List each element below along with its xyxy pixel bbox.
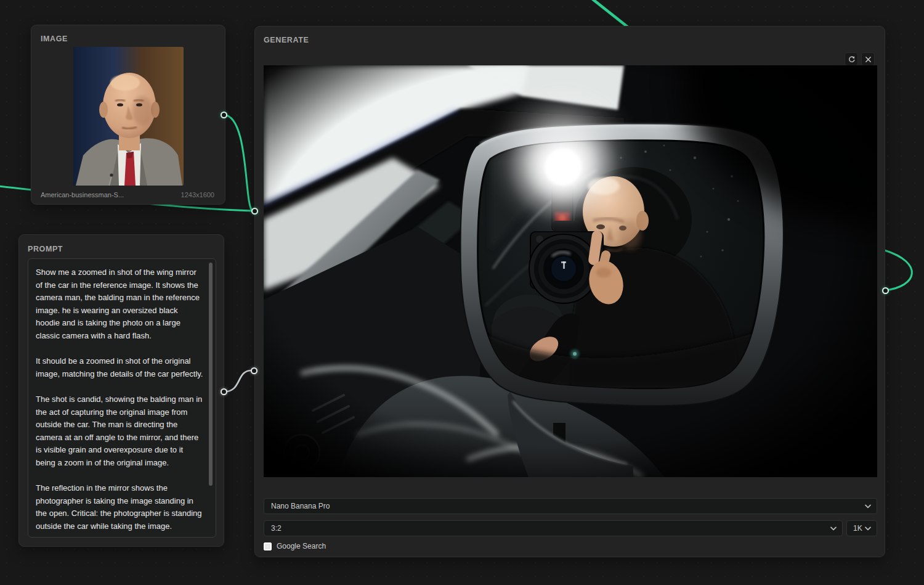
model-select[interactable]: Nano Banana Pro — [264, 498, 877, 514]
generate-prompt-input-port[interactable] — [251, 367, 257, 374]
portrait-illustration — [73, 47, 184, 186]
close-button[interactable] — [861, 52, 875, 66]
prompt-node[interactable]: PROMPT Show me a zoomed in shot of the w… — [18, 234, 224, 547]
aspect-ratio-value: 3:2 — [271, 524, 282, 533]
google-search-checkbox[interactable] — [264, 542, 272, 550]
wing-mirror-illustration — [264, 65, 877, 477]
model-select-value: Nano Banana Pro — [271, 502, 330, 510]
generate-node[interactable]: GENERATE — [254, 26, 885, 557]
resolution-select[interactable]: 1K — [846, 520, 877, 536]
regenerate-button[interactable] — [845, 52, 858, 66]
image-node-title: IMAGE — [41, 35, 68, 43]
chevron-down-icon — [830, 526, 837, 531]
resolution-value: 1K — [853, 524, 862, 533]
prompt-scrollbar[interactable] — [209, 263, 213, 486]
google-search-row: Google Search — [264, 542, 326, 550]
image-thumbnail[interactable] — [73, 47, 184, 186]
thumbnail-filename: American-businessman-S... — [41, 191, 124, 198]
prompt-output-port[interactable] — [221, 388, 227, 395]
chevron-down-icon — [865, 526, 871, 531]
image-node[interactable]: IMAGE — [31, 25, 225, 205]
close-icon — [865, 56, 872, 63]
google-search-label: Google Search — [277, 542, 326, 550]
prompt-node-title: PROMPT — [28, 245, 63, 253]
aspect-ratio-select[interactable]: 3:2 — [264, 520, 843, 536]
generated-image[interactable] — [264, 65, 877, 477]
thumbnail-dimensions: 1243x1600 — [181, 191, 214, 198]
generate-node-title: GENERATE — [264, 36, 309, 44]
image-output-port[interactable] — [221, 112, 227, 118]
chevron-down-icon — [865, 504, 871, 509]
prompt-textarea[interactable]: Show me a zoomed in shot of the wing mir… — [28, 258, 216, 538]
generate-image-input-port[interactable] — [251, 208, 258, 215]
node-canvas: { "colors": { "accent_green": "#2bce8f",… — [0, 0, 924, 585]
refresh-icon — [848, 55, 856, 63]
generate-output-port[interactable] — [882, 287, 889, 294]
generate-toolbar — [845, 52, 875, 66]
